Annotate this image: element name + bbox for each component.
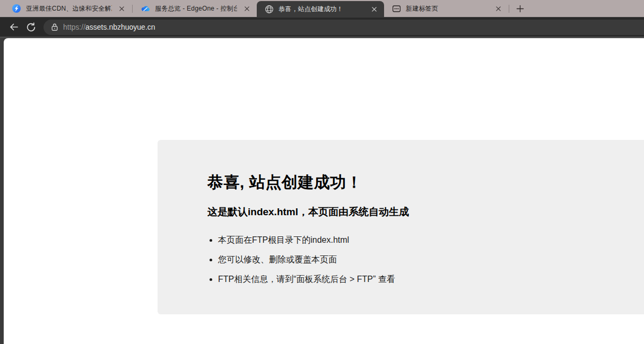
tab-separator — [132, 5, 133, 13]
success-panel: 恭喜, 站点创建成功！ 这是默认index.html，本页面由系统自动生成 本页… — [158, 140, 644, 314]
edgeone-logo-icon — [12, 4, 21, 13]
browser-window: 亚洲最佳CDN、边缘和安全解决方 服务总览 - EdgeOne - 控制台 — [0, 0, 644, 344]
back-button[interactable] — [5, 19, 22, 36]
new-tab-page-icon — [391, 4, 401, 13]
url-text: https://assets.nbzhuoyue.cn — [63, 23, 155, 31]
close-icon[interactable] — [493, 4, 503, 13]
close-icon[interactable] — [369, 4, 379, 14]
url-scheme: https:// — [63, 23, 85, 31]
tencent-cloud-icon — [141, 4, 150, 13]
tab-title: 恭喜，站点创建成功！ — [279, 5, 364, 14]
list-item: 本页面在FTP根目录下的index.html — [218, 234, 628, 246]
close-icon[interactable] — [117, 4, 126, 13]
tab-title: 新建标签页 — [406, 4, 489, 13]
tab-bar: 亚洲最佳CDN、边缘和安全解决方 服务总览 - EdgeOne - 控制台 — [0, 0, 644, 17]
tab-new-tab-page[interactable]: 新建标签页 — [384, 0, 508, 17]
tab-title: 亚洲最佳CDN、边缘和安全解决方 — [26, 4, 112, 13]
tab-edgeone-website[interactable]: 亚洲最佳CDN、边缘和安全解决方 — [4, 0, 132, 17]
url-host: assets.nbzhuoyue.cn — [85, 23, 155, 31]
new-tab-button[interactable] — [513, 2, 527, 15]
close-icon[interactable] — [242, 4, 251, 13]
tab-title: 服务总览 - EdgeOne - 控制台 — [155, 4, 237, 13]
page-subtitle: 这是默认index.html，本页面由系统自动生成 — [207, 206, 628, 219]
browser-viewport: 恭喜, 站点创建成功！ 这是默认index.html，本页面由系统自动生成 本页… — [0, 38, 644, 344]
info-list: 本页面在FTP根目录下的index.html 您可以修改、删除或覆盖本页面 FT… — [207, 234, 628, 286]
list-item: FTP相关信息，请到“面板系统后台 > FTP” 查看 — [218, 273, 628, 285]
plus-icon — [516, 5, 524, 13]
globe-icon — [264, 4, 274, 14]
tab-site-created-success[interactable]: 恭喜，站点创建成功！ — [257, 1, 384, 17]
tab-separator — [509, 5, 509, 13]
address-toolbar: https://assets.nbzhuoyue.cn — [0, 17, 644, 38]
list-item: 您可以修改、删除或覆盖本页面 — [218, 253, 628, 266]
tab-edgeone-console[interactable]: 服务总览 - EdgeOne - 控制台 — [133, 0, 257, 17]
web-page: 恭喜, 站点创建成功！ 这是默认index.html，本页面由系统自动生成 本页… — [4, 38, 644, 344]
refresh-icon — [26, 22, 36, 32]
back-arrow-icon — [8, 22, 19, 32]
refresh-button[interactable] — [22, 19, 39, 36]
address-bar[interactable]: https://assets.nbzhuoyue.cn — [43, 20, 644, 35]
page-title: 恭喜, 站点创建成功！ — [207, 173, 628, 192]
lock-icon — [51, 23, 58, 31]
